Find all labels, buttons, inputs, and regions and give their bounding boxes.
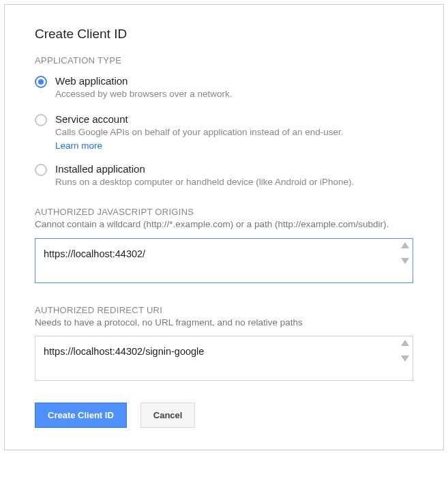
app-type-label: APPLICATION TYPE	[35, 55, 413, 66]
radio-title: Service account	[55, 113, 413, 125]
dialog-buttons: Create Client ID Cancel	[35, 403, 413, 428]
redirect-uri-label: AUTHORIZED REDIRECT URI	[35, 305, 413, 315]
radio-web-application[interactable]: Web application Accessed by web browsers…	[35, 75, 413, 101]
js-origins-input[interactable]	[35, 238, 413, 283]
radio-description: Accessed by web browsers over a network.	[55, 88, 413, 101]
app-type-radio-group: Web application Accessed by web browsers…	[35, 75, 413, 189]
redirect-uri-sublabel: Needs to have a protocol, no URL fragmen…	[35, 317, 413, 330]
radio-icon	[35, 76, 47, 88]
radio-icon	[35, 164, 47, 176]
radio-title: Installed application	[55, 163, 413, 175]
cancel-button[interactable]: Cancel	[140, 403, 196, 428]
js-origins-sublabel: Cannot contain a wildcard (http://*.exam…	[35, 218, 413, 231]
js-origins-label: AUTHORIZED JAVASCRIPT ORIGINS	[35, 207, 413, 217]
learn-more-link[interactable]: Learn more	[55, 141, 413, 151]
create-button[interactable]: Create Client ID	[35, 403, 127, 428]
create-client-dialog: Create Client ID APPLICATION TYPE Web ap…	[4, 4, 444, 450]
radio-title: Web application	[55, 75, 413, 87]
dialog-title: Create Client ID	[35, 27, 413, 42]
radio-description: Calls Google APIs on behalf of your appl…	[55, 126, 413, 139]
radio-service-account[interactable]: Service account Calls Google APIs on beh…	[35, 113, 413, 151]
radio-description: Runs on a desktop computer or handheld d…	[55, 176, 413, 189]
redirect-uri-input[interactable]	[35, 336, 413, 381]
radio-installed-application[interactable]: Installed application Runs on a desktop …	[35, 163, 413, 189]
radio-icon	[35, 114, 47, 126]
